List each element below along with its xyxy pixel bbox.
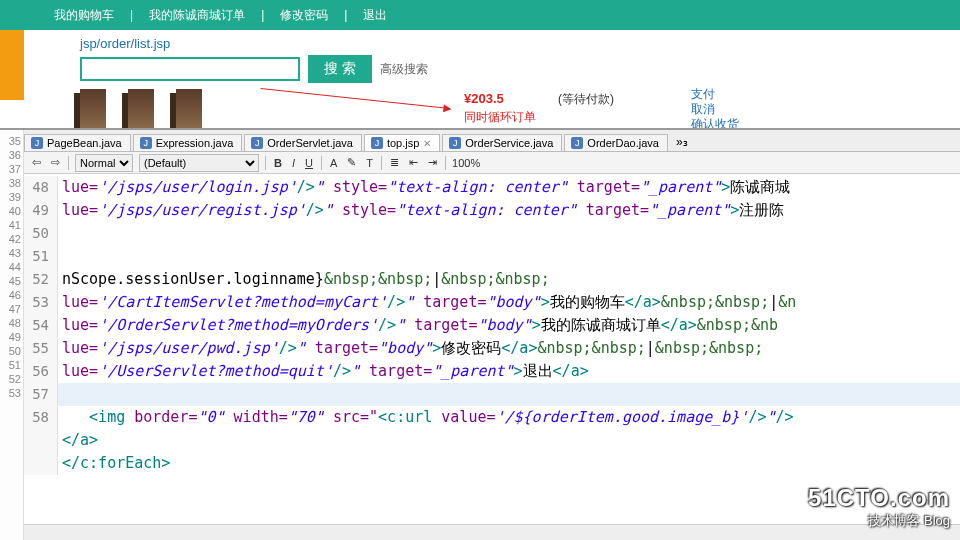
bold-icon[interactable]: B [272, 157, 284, 169]
order-status: (等待付款) [558, 91, 614, 108]
search-input[interactable] [80, 57, 300, 81]
nav-cart[interactable]: 我的购物车 [44, 7, 124, 24]
tabs-overflow[interactable]: »₃ [670, 133, 694, 151]
text-icon[interactable]: T [364, 157, 375, 169]
zoom-value: 100% [452, 157, 480, 169]
font-select[interactable]: (Default) [139, 154, 259, 172]
editor-tab[interactable]: JPageBean.java [24, 134, 131, 151]
product-thumb[interactable] [128, 89, 154, 129]
product-thumb[interactable] [176, 89, 202, 129]
editor-tab[interactable]: JOrderDao.java [564, 134, 668, 151]
nav-pwd[interactable]: 修改密码 [270, 7, 338, 24]
highlight-icon[interactable]: ✎ [345, 156, 358, 169]
italic-icon[interactable]: I [290, 157, 297, 169]
editor-toolbar: ⇦ ⇨ Normal (Default) B I U A ✎ T ≣ ⇤ ⇥ 1… [24, 152, 960, 174]
style-select[interactable]: Normal [75, 154, 133, 172]
outdent-icon[interactable]: ⇤ [407, 156, 420, 169]
color-icon[interactable]: A [328, 157, 339, 169]
back-icon[interactable]: ⇦ [30, 156, 43, 169]
editor-tab[interactable]: Jtop.jsp ✕ [364, 134, 440, 151]
action-pay[interactable]: 支付 [691, 87, 739, 102]
side-tab [0, 30, 24, 100]
outer-line-gutter: 35363738394041424344454647484950515253 [0, 130, 24, 540]
nav-quit[interactable]: 退出 [353, 7, 397, 24]
nav-orders[interactable]: 我的陈诚商城订单 [139, 7, 255, 24]
editor-tabs: JPageBean.javaJExpression.javaJOrderServ… [24, 130, 960, 152]
action-cancel[interactable]: 取消 [691, 102, 739, 117]
breadcrumb: jsp/order/list.jsp [0, 30, 960, 55]
search-button[interactable]: 搜 索 [308, 55, 372, 83]
editor-tab[interactable]: JExpression.java [133, 134, 243, 151]
watermark: 51CTO.com 技术博客 Blog [808, 484, 950, 530]
list-icon[interactable]: ≣ [388, 156, 401, 169]
ide-panel: 35363738394041424344454647484950515253 J… [0, 128, 960, 540]
code-area[interactable]: 48lue='/jsps/user/login.jsp'/>" style="t… [24, 174, 960, 475]
top-nav: 我的购物车| 我的陈诚商城订单| 修改密码| 退出 [0, 0, 960, 30]
product-thumb[interactable] [80, 89, 106, 129]
editor-tab[interactable]: JOrderService.java [442, 134, 562, 151]
order-actions: 支付 取消 确认收货 [691, 87, 739, 132]
advanced-search-link[interactable]: 高级搜索 [380, 61, 428, 78]
order-price: ¥203.5 [464, 91, 504, 106]
editor-tab[interactable]: JOrderServlet.java [244, 134, 362, 151]
underline-icon[interactable]: U [303, 157, 315, 169]
fwd-icon[interactable]: ⇨ [49, 156, 62, 169]
indent-icon[interactable]: ⇥ [426, 156, 439, 169]
